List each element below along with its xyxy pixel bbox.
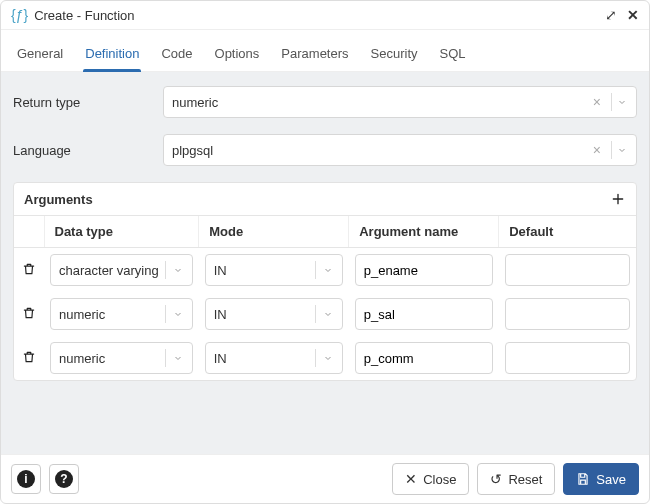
info-icon: i <box>17 470 35 488</box>
reset-button[interactable]: ↺ Reset <box>477 463 555 495</box>
data-type-select[interactable]: numeric <box>50 298 193 330</box>
mode-select[interactable]: IN <box>205 254 343 286</box>
chevron-down-icon[interactable] <box>322 352 334 364</box>
save-icon <box>576 472 590 486</box>
grid-header-row: Data type Mode Argument name Default <box>14 216 636 248</box>
default-input[interactable] <box>505 298 630 330</box>
delete-row-button[interactable] <box>22 350 36 364</box>
create-function-dialog: {ƒ} Create - Function ⤢ ✕ General Defini… <box>0 0 650 504</box>
chevron-down-icon[interactable] <box>322 264 334 276</box>
tab-definition[interactable]: Definition <box>83 40 141 71</box>
tab-security[interactable]: Security <box>369 40 420 71</box>
tab-sql[interactable]: SQL <box>438 40 468 71</box>
delete-row-button[interactable] <box>22 306 36 320</box>
language-select[interactable]: plpgsql × <box>163 134 637 166</box>
tab-code[interactable]: Code <box>159 40 194 71</box>
grid-header-datatype: Data type <box>44 216 199 248</box>
return-type-value: numeric <box>172 95 587 110</box>
mode-select[interactable]: IN <box>205 342 343 374</box>
chevron-down-icon[interactable] <box>616 144 628 156</box>
language-row: Language plpgsql × <box>13 134 637 166</box>
grid-header-delete <box>14 216 44 248</box>
grid-header-mode: Mode <box>199 216 349 248</box>
arguments-title: Arguments <box>24 192 93 207</box>
argument-name-input[interactable] <box>355 254 493 286</box>
language-label: Language <box>13 143 163 158</box>
function-icon: {ƒ} <box>11 7 28 23</box>
help-button[interactable]: ? <box>49 464 79 494</box>
dialog-footer: i ? ✕ Close ↺ Reset Save <box>1 454 649 503</box>
argument-row: numericIN <box>14 292 636 336</box>
titlebar: {ƒ} Create - Function ⤢ ✕ <box>1 1 649 30</box>
arguments-panel: Arguments Data type Mode Argument name <box>13 182 637 381</box>
close-icon[interactable]: ✕ <box>627 8 639 22</box>
save-button-label: Save <box>596 472 626 487</box>
default-input[interactable] <box>505 254 630 286</box>
data-type-value: character varying <box>59 263 159 278</box>
clear-icon[interactable]: × <box>587 94 607 110</box>
return-type-row: Return type numeric × <box>13 86 637 118</box>
argument-name-input[interactable] <box>355 298 493 330</box>
dialog-body: Return type numeric × Language plpgsql × <box>1 72 649 454</box>
argument-row: numericIN <box>14 336 636 380</box>
arguments-grid: Data type Mode Argument name Default cha… <box>14 216 636 380</box>
default-input[interactable] <box>505 342 630 374</box>
reset-button-label: Reset <box>508 472 542 487</box>
tab-general[interactable]: General <box>15 40 65 71</box>
arguments-header: Arguments <box>14 183 636 216</box>
close-button-label: Close <box>423 472 456 487</box>
grid-header-argname: Argument name <box>349 216 499 248</box>
chevron-down-icon[interactable] <box>172 352 184 364</box>
return-type-label: Return type <box>13 95 163 110</box>
mode-value: IN <box>214 263 309 278</box>
chevron-down-icon[interactable] <box>172 264 184 276</box>
help-icon: ? <box>55 470 73 488</box>
data-type-select[interactable]: numeric <box>50 342 193 374</box>
mode-value: IN <box>214 307 309 322</box>
info-button[interactable]: i <box>11 464 41 494</box>
data-type-value: numeric <box>59 351 159 366</box>
argument-row: character varyingIN <box>14 248 636 293</box>
tab-parameters[interactable]: Parameters <box>279 40 350 71</box>
data-type-select[interactable]: character varying <box>50 254 193 286</box>
x-icon: ✕ <box>405 472 417 486</box>
chevron-down-icon[interactable] <box>322 308 334 320</box>
expand-icon[interactable]: ⤢ <box>605 8 617 22</box>
delete-row-button[interactable] <box>22 262 36 276</box>
tabs: General Definition Code Options Paramete… <box>1 30 649 72</box>
save-button[interactable]: Save <box>563 463 639 495</box>
grid-header-default: Default <box>499 216 636 248</box>
language-value: plpgsql <box>172 143 587 158</box>
divider <box>611 141 612 159</box>
chevron-down-icon[interactable] <box>172 308 184 320</box>
divider <box>611 93 612 111</box>
data-type-value: numeric <box>59 307 159 322</box>
window-controls: ⤢ ✕ <box>605 8 639 22</box>
mode-select[interactable]: IN <box>205 298 343 330</box>
mode-value: IN <box>214 351 309 366</box>
close-button[interactable]: ✕ Close <box>392 463 469 495</box>
reset-icon: ↺ <box>490 472 502 486</box>
dialog-title: Create - Function <box>34 8 605 23</box>
chevron-down-icon[interactable] <box>616 96 628 108</box>
add-argument-button[interactable] <box>610 191 626 207</box>
tab-options[interactable]: Options <box>213 40 262 71</box>
return-type-select[interactable]: numeric × <box>163 86 637 118</box>
clear-icon[interactable]: × <box>587 142 607 158</box>
argument-name-input[interactable] <box>355 342 493 374</box>
